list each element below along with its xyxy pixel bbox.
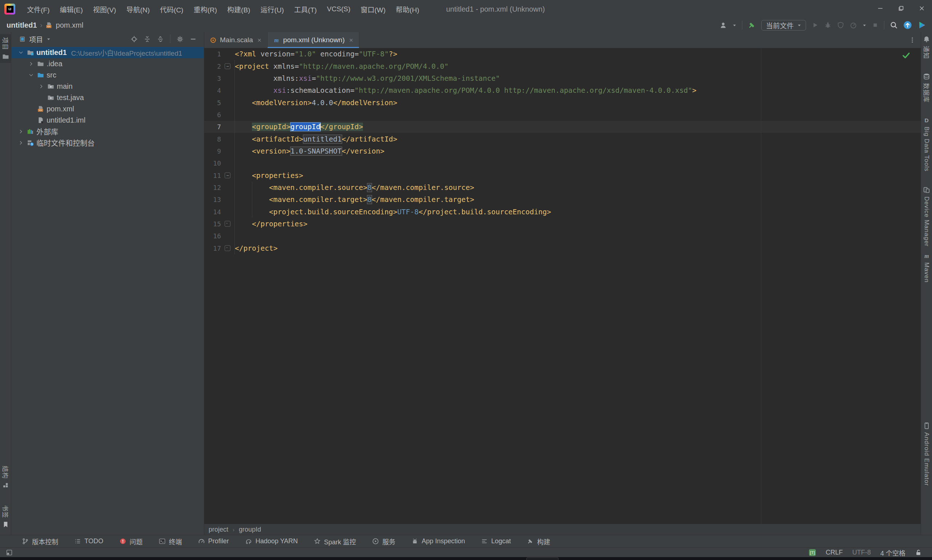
collapse-all-icon[interactable] <box>157 35 164 43</box>
tab-pom.xml-unknown-[interactable]: mpom.xml (Unknown) <box>268 32 359 48</box>
profiler-icon[interactable] <box>850 22 857 29</box>
tool-window-button-hadoop-yarn[interactable]: Hadoop YARN <box>237 535 306 547</box>
code-text[interactable]: <project.build.sourceEncoding>UTF-8</pro… <box>233 208 551 216</box>
chevron-down-icon[interactable] <box>26 72 36 78</box>
status-encoding[interactable]: UTF-8 <box>852 549 871 556</box>
code-text[interactable]: <modelVersion>4.0.0</modelVersion> <box>233 98 397 107</box>
stop-icon[interactable] <box>872 22 878 28</box>
status-indent[interactable]: 4 个空格 <box>880 548 906 557</box>
more-vertical-icon[interactable] <box>909 37 921 43</box>
menu-n[interactable]: 导航(N) <box>121 0 155 18</box>
code-line-14[interactable]: 14 <project.build.sourceEncoding>UTF-8</… <box>204 206 921 218</box>
fold-end-icon[interactable] <box>225 245 230 251</box>
tree-row-临时文件和控制台[interactable]: 临时文件和控制台 <box>11 137 204 148</box>
tree-row-untitled1[interactable]: untitled1C:\Users\小白\IdeaProjects\untitl… <box>11 47 204 58</box>
menu-e[interactable]: 编辑(E) <box>55 0 88 18</box>
code-text[interactable]: <maven.compiler.source>8</maven.compiler… <box>233 183 474 192</box>
menu-r[interactable]: 重构(R) <box>189 0 222 18</box>
code-text[interactable]: <groupId>groupId</groupId> <box>233 123 363 131</box>
chevron-right-icon[interactable] <box>37 84 46 89</box>
run-configuration-combo[interactable]: 当前文件 <box>761 20 806 31</box>
code-text[interactable]: </project> <box>233 244 277 252</box>
menu-t[interactable]: 工具(T) <box>289 0 322 18</box>
status-translation-badge[interactable]: [T] <box>809 549 816 556</box>
window-close-button[interactable] <box>911 0 932 17</box>
breadcrumb-groupId[interactable]: groupId <box>239 526 261 534</box>
code-text[interactable]: <version>1.0-SNAPSHOT</version> <box>233 147 384 155</box>
tool-window-button-todo[interactable]: TODO <box>66 535 111 547</box>
run-icon[interactable] <box>812 22 819 29</box>
fold-marker[interactable]: − <box>222 172 233 178</box>
debug-icon[interactable] <box>824 22 832 29</box>
tree-row-test.java[interactable]: test.java <box>11 92 204 103</box>
tool-window-button-构建[interactable]: 构建 <box>519 535 558 547</box>
inspection-ok-icon[interactable] <box>902 51 910 60</box>
close-icon[interactable] <box>257 38 262 43</box>
code-line-17[interactable]: 17</project> <box>204 242 921 254</box>
fold-end-icon[interactable] <box>225 221 230 227</box>
tree-row-外部库[interactable]: 外部库 <box>11 126 204 137</box>
tool-windows-icon[interactable] <box>6 549 13 556</box>
project-panel-title[interactable]: 项目 <box>29 34 43 44</box>
code-line-16[interactable]: 16 <box>204 230 921 242</box>
status-line-ending[interactable]: CRLF <box>826 549 843 556</box>
menu-w[interactable]: 窗口(W) <box>355 0 391 18</box>
breadcrumb-project[interactable]: untitled1 <box>6 21 37 29</box>
menu-h[interactable]: 帮助(H) <box>391 0 424 18</box>
fold-collapse-icon[interactable]: − <box>225 172 230 178</box>
chevron-down-icon[interactable] <box>863 23 866 27</box>
tool-window-button-logcat[interactable]: Logcat <box>473 535 519 547</box>
tool-window-button-spark-监控[interactable]: Spark 监控 <box>306 535 364 547</box>
code-line-8[interactable]: 8 <artifactId>untitled1</artifactId> <box>204 133 921 145</box>
window-minimize-button[interactable] <box>870 0 890 17</box>
code-text[interactable]: xmlns:xsi="http://www.w3.org/2001/XMLSch… <box>233 74 500 83</box>
coverage-icon[interactable] <box>837 22 844 29</box>
tree-row-pom.xml[interactable]: <>pom.xml <box>11 103 204 115</box>
code-line-10[interactable]: 10 <box>204 157 921 169</box>
chevron-right-icon[interactable] <box>16 129 26 134</box>
code-text[interactable]: <maven.compiler.target>8</maven.compiler… <box>233 195 474 204</box>
menu-v[interactable]: 视图(V) <box>88 0 121 18</box>
fold-marker[interactable]: − <box>222 63 233 69</box>
code-line-13[interactable]: 13 <maven.compiler.target>8</maven.compi… <box>204 194 921 206</box>
breadcrumb-file[interactable]: pom.xml <box>56 21 83 29</box>
code-line-12[interactable]: 12 <maven.compiler.source>8</maven.compi… <box>204 182 921 194</box>
status-lock[interactable] <box>915 549 922 556</box>
tool-stripe-item-big-data-tools[interactable]: DBig Data Tools <box>921 117 932 171</box>
code-line-6[interactable]: 6 <box>204 109 921 121</box>
fold-marker[interactable] <box>222 245 233 251</box>
tool-stripe-item-device-manager[interactable]: Device Manager <box>921 186 932 247</box>
gear-icon[interactable] <box>177 35 183 43</box>
tool-stripe-item-书签[interactable]: 书签 <box>0 505 11 528</box>
chevron-down-icon[interactable] <box>46 37 51 41</box>
code-text[interactable]: <artifactId>untitled1</artifactId> <box>233 135 397 143</box>
fold-collapse-icon[interactable]: − <box>225 63 230 69</box>
tool-stripe-item-maven[interactable]: mMaven <box>921 252 932 283</box>
tool-window-button-服务[interactable]: 服务 <box>364 535 404 547</box>
menu-f[interactable]: 文件(F) <box>22 0 55 18</box>
chevron-down-icon[interactable] <box>732 23 736 27</box>
editor[interactable]: 1<?xml version="1.0" encoding="UTF-8"?>2… <box>204 48 921 524</box>
search-icon[interactable] <box>890 21 898 29</box>
code-text[interactable]: <properties> <box>233 171 303 180</box>
code-line-7[interactable]: 7 <groupId>groupId</groupId> <box>204 121 921 133</box>
tree-row-src[interactable]: src <box>11 69 204 81</box>
code-line-11[interactable]: 11− <properties> <box>204 169 921 181</box>
menu-b[interactable]: 构建(B) <box>222 0 255 18</box>
tool-stripe-item-通知[interactable]: 通知 <box>921 35 932 59</box>
build-hammer-icon[interactable] <box>748 21 756 29</box>
tree-row-main[interactable]: main <box>11 81 204 92</box>
code-line-5[interactable]: 5 <modelVersion>4.0.0</modelVersion> <box>204 97 921 108</box>
code-line-2[interactable]: 2−<project xmlns="http://maven.apache.or… <box>204 60 921 72</box>
code-text[interactable]: <project xmlns="http://maven.apache.org/… <box>233 62 448 71</box>
tool-window-button-profiler[interactable]: Profiler <box>190 535 237 547</box>
tool-window-button-问题[interactable]: 问题 <box>111 535 151 547</box>
close-icon[interactable] <box>349 38 353 43</box>
fold-marker[interactable] <box>222 221 233 227</box>
breadcrumb-project[interactable]: project <box>209 526 228 534</box>
chevron-right-icon[interactable] <box>16 140 26 146</box>
tool-window-button-app-inspection[interactable]: App Inspection <box>404 535 473 547</box>
code-text[interactable]: xsi:schemaLocation="http://maven.apache.… <box>233 86 696 95</box>
code-line-4[interactable]: 4 xsi:schemaLocation="http://maven.apach… <box>204 85 921 97</box>
code-text[interactable]: </properties> <box>233 220 308 228</box>
